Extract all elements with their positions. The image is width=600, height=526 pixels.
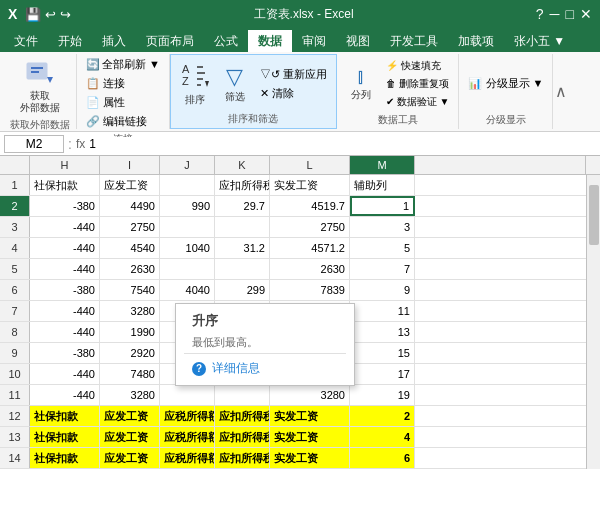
cell-l13[interactable]: 实发工资	[270, 427, 350, 447]
connections-button[interactable]: 📋 连接	[83, 75, 163, 92]
cell-i8[interactable]: 1990	[100, 322, 160, 342]
group-button[interactable]: 📊 分级显示 ▼	[465, 75, 546, 92]
formula-input[interactable]	[89, 137, 596, 151]
col-header-j[interactable]: J	[160, 156, 215, 174]
cell-m6[interactable]: 9	[350, 280, 415, 300]
cell-k4[interactable]: 31.2	[215, 238, 270, 258]
cell-j14[interactable]: 应税所得额	[160, 448, 215, 468]
data-validate-button[interactable]: ✔ 数据验证 ▼	[383, 94, 452, 110]
cell-i14[interactable]: 应发工资	[100, 448, 160, 468]
reapply-button[interactable]: ▽↺ 重新应用	[257, 66, 330, 83]
cell-h9[interactable]: -380	[30, 343, 100, 363]
tab-home[interactable]: 开始	[48, 30, 92, 52]
cell-j11[interactable]	[160, 385, 215, 405]
cell-reference-input[interactable]	[4, 135, 64, 153]
col-header-i[interactable]: I	[100, 156, 160, 174]
undo-icon[interactable]: ↩	[45, 7, 56, 22]
tab-data[interactable]: 数据	[248, 30, 292, 52]
cell-j12[interactable]: 应税所得额	[160, 406, 215, 426]
cell-k2[interactable]: 29.7	[215, 196, 270, 216]
cell-l2[interactable]: 4519.7	[270, 196, 350, 216]
help-button[interactable]: ?	[536, 6, 544, 22]
cell-m13[interactable]: 4	[350, 427, 415, 447]
cell-j6[interactable]: 4040	[160, 280, 215, 300]
sort-help-option[interactable]: ? 详细信息	[176, 356, 354, 381]
cell-i11[interactable]: 3280	[100, 385, 160, 405]
cell-m4[interactable]: 5	[350, 238, 415, 258]
properties-button[interactable]: 📄 属性	[83, 94, 163, 111]
cell-m12[interactable]: 2	[350, 406, 415, 426]
split-column-button[interactable]: ⫿ 分列	[343, 63, 379, 104]
cell-m10[interactable]: 17	[350, 364, 415, 384]
cell-h11[interactable]: -440	[30, 385, 100, 405]
cell-i7[interactable]: 3280	[100, 301, 160, 321]
cell-j1[interactable]	[160, 175, 215, 195]
tab-pagelayout[interactable]: 页面布局	[136, 30, 204, 52]
cell-i1[interactable]: 应发工资	[100, 175, 160, 195]
cell-i13[interactable]: 应发工资	[100, 427, 160, 447]
edit-links-button[interactable]: 🔗 编辑链接	[83, 113, 163, 130]
cell-m9[interactable]: 15	[350, 343, 415, 363]
cell-j5[interactable]	[160, 259, 215, 279]
tab-user[interactable]: 张小五 ▼	[504, 30, 575, 52]
cell-i3[interactable]: 2750	[100, 217, 160, 237]
tab-addins[interactable]: 加载项	[448, 30, 504, 52]
cell-h5[interactable]: -440	[30, 259, 100, 279]
minimize-button[interactable]: ─	[550, 6, 560, 22]
cell-l12[interactable]: 实发工资	[270, 406, 350, 426]
cell-l14[interactable]: 实发工资	[270, 448, 350, 468]
cell-m1[interactable]: 辅助列	[350, 175, 415, 195]
cell-m2[interactable]: 1	[350, 196, 415, 216]
cell-h12[interactable]: 社保扣款	[30, 406, 100, 426]
tab-developer[interactable]: 开发工具	[380, 30, 448, 52]
get-external-data-button[interactable]: 获取外部数据	[16, 56, 64, 116]
ribbon-collapse-button[interactable]: ∧	[553, 54, 569, 129]
cell-h6[interactable]: -380	[30, 280, 100, 300]
cell-k6[interactable]: 299	[215, 280, 270, 300]
cell-k5[interactable]	[215, 259, 270, 279]
cell-m3[interactable]: 3	[350, 217, 415, 237]
tab-review[interactable]: 审阅	[292, 30, 336, 52]
cell-i10[interactable]: 7480	[100, 364, 160, 384]
redo-icon[interactable]: ↪	[60, 7, 71, 22]
cell-i4[interactable]: 4540	[100, 238, 160, 258]
quick-fill-button[interactable]: ⚡ 快速填充	[383, 58, 452, 74]
vertical-scrollbar[interactable]	[586, 175, 600, 469]
cell-h14[interactable]: 社保扣款	[30, 448, 100, 468]
cell-m5[interactable]: 7	[350, 259, 415, 279]
clear-filter-button[interactable]: ✕ 清除	[257, 85, 330, 102]
cell-k14[interactable]: 应扣所得税	[215, 448, 270, 468]
sort-ascending-option[interactable]: 升序	[176, 308, 354, 334]
tab-file[interactable]: 文件	[4, 30, 48, 52]
cell-h7[interactable]: -440	[30, 301, 100, 321]
scroll-thumb[interactable]	[589, 185, 599, 245]
cell-l3[interactable]: 2750	[270, 217, 350, 237]
cell-i5[interactable]: 2630	[100, 259, 160, 279]
cell-l5[interactable]: 2630	[270, 259, 350, 279]
cell-l1[interactable]: 实发工资	[270, 175, 350, 195]
cell-i9[interactable]: 2920	[100, 343, 160, 363]
cell-j3[interactable]	[160, 217, 215, 237]
cell-h8[interactable]: -440	[30, 322, 100, 342]
col-header-k[interactable]: K	[215, 156, 270, 174]
tab-view[interactable]: 视图	[336, 30, 380, 52]
cell-j13[interactable]: 应税所得额	[160, 427, 215, 447]
cell-h1[interactable]: 社保扣款	[30, 175, 100, 195]
cell-m7[interactable]: 11	[350, 301, 415, 321]
maximize-button[interactable]: □	[566, 6, 574, 22]
cell-i2[interactable]: 4490	[100, 196, 160, 216]
cell-i6[interactable]: 7540	[100, 280, 160, 300]
remove-duplicate-button[interactable]: 🗑 删除重复项	[383, 76, 452, 92]
cell-l6[interactable]: 7839	[270, 280, 350, 300]
cell-h3[interactable]: -440	[30, 217, 100, 237]
col-header-h[interactable]: H	[30, 156, 100, 174]
col-header-m[interactable]: M	[350, 156, 415, 174]
save-icon[interactable]: 💾	[25, 7, 41, 22]
cell-k3[interactable]	[215, 217, 270, 237]
cell-k1[interactable]: 应扣所得税	[215, 175, 270, 195]
cell-m8[interactable]: 13	[350, 322, 415, 342]
cell-m11[interactable]: 19	[350, 385, 415, 405]
cell-h2[interactable]: -380	[30, 196, 100, 216]
cell-h4[interactable]: -440	[30, 238, 100, 258]
tab-formula[interactable]: 公式	[204, 30, 248, 52]
